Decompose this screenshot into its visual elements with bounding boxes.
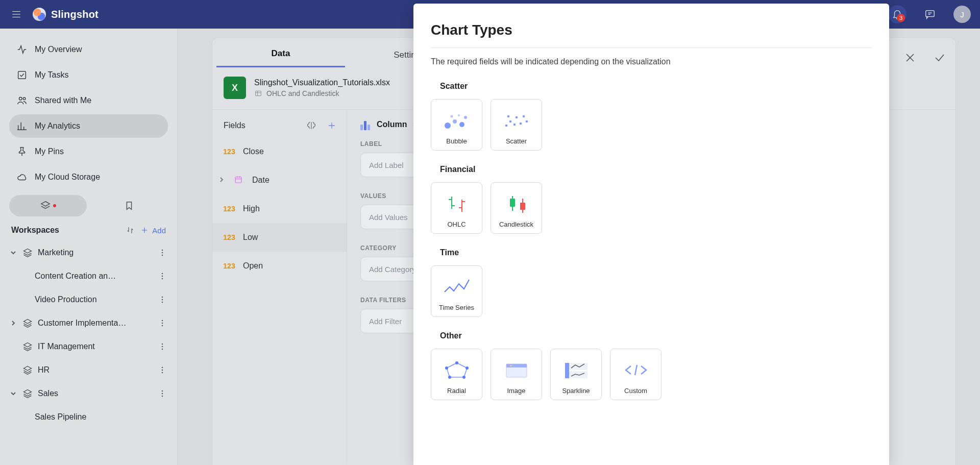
card-label: Time Series — [439, 304, 474, 311]
group-other-title: Other — [440, 331, 872, 340]
scatter-chart-icon — [501, 108, 532, 133]
avatar[interactable]: J — [953, 6, 971, 23]
svg-rect-48 — [510, 199, 515, 207]
ohlc-chart-icon — [442, 191, 472, 216]
svg-rect-64 — [565, 363, 569, 378]
svg-point-36 — [515, 116, 518, 119]
chart-types-modal: Chart Types The required fields will be … — [413, 4, 889, 465]
top-icons: 3 J — [888, 5, 971, 23]
card-label: Candlestick — [499, 221, 533, 228]
svg-point-55 — [448, 376, 451, 379]
group-scatter-title: Scatter — [440, 82, 872, 91]
svg-point-60 — [510, 365, 511, 366]
svg-point-35 — [513, 124, 516, 126]
svg-point-61 — [512, 365, 513, 366]
chart-type-image[interactable]: Image — [491, 349, 542, 400]
modal-hint: The required fields will be indicated de… — [431, 57, 872, 66]
chat-button[interactable] — [921, 5, 939, 23]
chat-icon — [924, 9, 936, 20]
svg-point-52 — [455, 361, 458, 364]
brand-logo-icon — [33, 8, 46, 21]
group-financial-title: Financial — [440, 165, 872, 174]
card-label: Scatter — [506, 137, 527, 145]
svg-point-38 — [522, 115, 525, 118]
svg-line-65 — [635, 365, 637, 375]
svg-point-28 — [453, 119, 457, 124]
svg-point-40 — [507, 115, 509, 118]
chart-type-radial[interactable]: Radial — [431, 349, 482, 400]
chart-type-custom[interactable]: Custom — [610, 349, 662, 400]
card-label: Image — [507, 387, 525, 395]
chart-type-bubble[interactable]: Bubble — [431, 99, 482, 151]
card-label: Radial — [447, 387, 466, 395]
chart-type-scatter[interactable]: Scatter — [491, 99, 542, 151]
svg-point-27 — [445, 123, 451, 129]
svg-rect-50 — [520, 203, 525, 210]
brand: Slingshot — [33, 8, 99, 21]
svg-point-53 — [465, 366, 469, 370]
svg-point-31 — [464, 116, 467, 119]
chart-type-ohlc[interactable]: OHLC — [431, 182, 482, 234]
notifications-button[interactable]: 3 — [888, 5, 906, 23]
radial-chart-icon — [442, 357, 472, 383]
candlestick-chart-icon — [501, 191, 532, 216]
svg-point-37 — [519, 123, 522, 125]
svg-point-34 — [509, 120, 511, 123]
svg-point-33 — [505, 125, 507, 127]
svg-point-54 — [462, 376, 465, 379]
svg-point-29 — [450, 115, 453, 118]
card-label: Sparkline — [562, 387, 590, 395]
timeseries-chart-icon — [442, 274, 472, 300]
bubble-chart-icon — [442, 108, 472, 133]
svg-point-32 — [458, 114, 460, 116]
brand-name: Slingshot — [51, 9, 99, 20]
svg-point-59 — [508, 365, 509, 366]
group-time-title: Time — [440, 248, 872, 257]
svg-point-56 — [445, 366, 448, 370]
card-label: OHLC — [447, 221, 465, 228]
hamburger-button[interactable] — [9, 7, 23, 21]
chart-type-candlestick[interactable]: Candlestick — [491, 182, 542, 234]
image-chart-icon — [501, 357, 532, 383]
svg-rect-0 — [926, 11, 935, 17]
chart-type-sparkline[interactable]: Sparkline — [550, 349, 602, 400]
card-label: Custom — [624, 387, 647, 395]
svg-point-30 — [459, 122, 464, 127]
chart-type-timeseries[interactable]: Time Series — [431, 265, 482, 317]
card-label: Bubble — [446, 137, 467, 145]
svg-marker-51 — [447, 363, 467, 377]
svg-point-39 — [525, 120, 528, 123]
sparkline-chart-icon — [561, 357, 592, 383]
modal-title: Chart Types — [431, 22, 872, 38]
custom-chart-icon — [621, 357, 651, 383]
notifications-badge: 3 — [897, 14, 905, 22]
